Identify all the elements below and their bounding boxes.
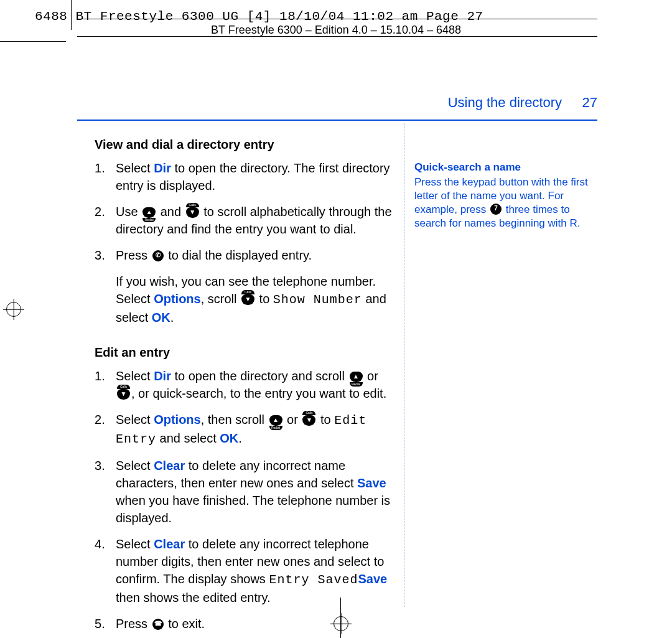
- view-dial-note: If you wish, you can see the telephone n…: [95, 273, 396, 326]
- section-title: Using the directory: [448, 95, 562, 111]
- rule-top: [77, 19, 597, 19]
- page-number: 27: [582, 95, 597, 111]
- heading-view-dial: View and dial a directory entry: [95, 136, 396, 153]
- running-header: BT Freestyle 6300 – Edition 4.0 – 15.10.…: [0, 24, 672, 37]
- key-icon: [302, 415, 315, 426]
- step: Select Clear to delete any incorrect nam…: [95, 457, 396, 527]
- step: Select Options, then scroll or to Edit E…: [95, 411, 396, 448]
- sidebar-body: Press the keypad button with the first l…: [414, 176, 597, 230]
- page-header: Using the directory 27: [448, 95, 597, 111]
- softkey: Clear: [154, 537, 185, 551]
- crop-left-v: [71, 0, 72, 30]
- heading-edit-entry: Edit an entry: [95, 344, 396, 361]
- print-slug: 6488 BT Freestyle 6300 UG [4] 18/10/04 1…: [35, 9, 483, 24]
- softkey: Save: [358, 572, 387, 586]
- key-icon: [117, 389, 130, 400]
- lcd-text: Show Number: [273, 293, 362, 307]
- key-7-icon: [490, 204, 502, 215]
- reg-left: [6, 302, 21, 317]
- softkey: Clear: [154, 459, 185, 472]
- key-icon: [152, 250, 164, 261]
- step: Use and to scroll alphabetically through…: [95, 203, 396, 238]
- step: Select Clear to delete any incorrect tel…: [95, 535, 396, 606]
- crop-left-h: [0, 41, 66, 42]
- view-dial-steps: Select Dir to open the directory. The fi…: [95, 159, 396, 264]
- key-icon: [186, 207, 199, 218]
- edit-entry-steps: Select Dir to open the directory and scr…: [95, 367, 396, 632]
- softkey: Save: [357, 476, 386, 490]
- step: Press to dial the displayed entry.: [95, 246, 396, 264]
- step: Select Dir to open the directory and scr…: [95, 367, 396, 402]
- lcd-text: Entry Saved: [269, 573, 358, 587]
- key-icon: [350, 372, 363, 382]
- step: Press to exit.: [95, 615, 396, 632]
- key-icon: [142, 207, 156, 218]
- sidebar-tip: Quick-search a name Press the keypad but…: [414, 161, 597, 230]
- softkey: Options: [154, 413, 201, 426]
- sidebar-heading: Quick-search a name: [414, 161, 597, 174]
- softkey: OK: [220, 431, 238, 445]
- column-divider: [404, 123, 405, 607]
- softkey: Options: [154, 292, 201, 306]
- softkey: Dir: [154, 161, 171, 175]
- main-column: View and dial a directory entry Select D…: [95, 136, 396, 638]
- header-rule: [77, 120, 597, 121]
- key-icon: [152, 619, 164, 630]
- softkey: OK: [152, 311, 170, 324]
- key-icon: [241, 294, 254, 305]
- key-icon: [269, 415, 282, 426]
- step: Select Dir to open the directory. The fi…: [95, 159, 396, 194]
- softkey: Dir: [154, 369, 171, 383]
